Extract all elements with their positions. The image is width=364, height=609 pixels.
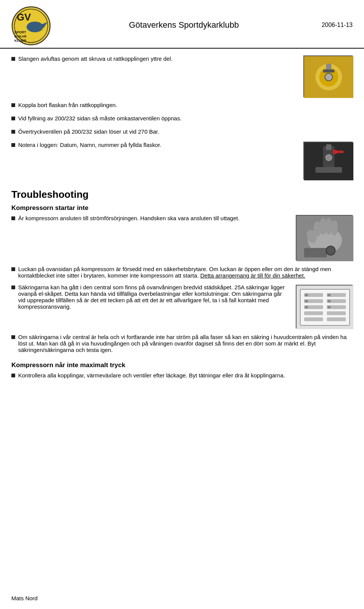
bullet-icon-5	[11, 143, 15, 147]
header-title: Götaverkens Sportdykarklubb	[53, 20, 315, 30]
svg-point-26	[331, 220, 338, 235]
svg-text:KLUBB: KLUBB	[14, 39, 27, 43]
hand-glove-svg	[297, 216, 353, 261]
svg-rect-43	[328, 294, 331, 296]
image-hand-glove	[296, 215, 353, 260]
image-fusebox	[296, 285, 353, 328]
subsection-title-1: Kompressorn startar inte	[11, 204, 353, 212]
section-title: Troubleshooting	[11, 189, 353, 200]
bullet-text-2: Koppla bort flaskan från rattkopplingen.	[18, 102, 353, 108]
dark-valve-svg	[304, 142, 353, 180]
bullet-row-4: Övertryckventilen på 200/232 sidan löser…	[11, 128, 353, 135]
header-date: 2006-11-13	[315, 22, 353, 28]
page: GV SPORT DYKAR KLUBB Götaverkens Sportdy…	[0, 0, 364, 609]
bullet-text-4: Övertryckventilen på 200/232 sidan löser…	[18, 128, 353, 135]
bullet-item-1: Slangen avluftas genom att skruva ut rat…	[11, 55, 303, 62]
svg-rect-41	[327, 317, 346, 321]
svg-rect-42	[305, 294, 308, 296]
ts-bullet-icon-2	[11, 267, 15, 271]
svg-rect-47	[328, 306, 331, 308]
subsection-title-2: Kompressorn når inte maximalt tryck	[11, 361, 353, 369]
svg-rect-39	[327, 311, 346, 315]
valve-image-svg	[304, 56, 353, 98]
bullet-text-col-5: Notera i loggen: Datum, Namn, nummer på …	[11, 142, 297, 151]
ts-bullet-text-3: Säkringarna kan ha gått i den central so…	[18, 284, 289, 310]
subsection-1: Kompressorn startar inte Är kompressorn …	[11, 204, 353, 353]
svg-text:SPORT: SPORT	[14, 30, 27, 34]
svg-rect-38	[304, 311, 323, 315]
subsection-2: Kompressorn når inte maximalt tryck Kont…	[11, 361, 353, 379]
bullet-icon-1	[11, 57, 15, 61]
svg-rect-12	[323, 69, 334, 73]
bullet-icon-4	[11, 130, 15, 134]
bullet-item-5: Notera i loggen: Datum, Namn, nummer på …	[11, 142, 297, 148]
ts-bullet-icon-1	[11, 216, 15, 220]
bullet-text-5: Notera i loggen: Datum, Namn, nummer på …	[18, 142, 297, 148]
bullet-row-2: Koppla bort flaskan från rattkopplingen.	[11, 102, 353, 108]
ts-bullet-icon-4	[11, 335, 15, 339]
logo-svg: GV SPORT DYKAR KLUBB	[11, 6, 51, 46]
ts-bullet-row-2: Luckan på ovansidan på kompressorn är fö…	[11, 266, 353, 279]
footer: Mats Nord	[11, 595, 38, 601]
ts-bullet-row-4: Om säkringarna i vår central är hela och…	[11, 334, 353, 353]
ts2-bullet-icon-1	[11, 374, 15, 377]
ts-bullet-text-2: Luckan på ovansidan på kompressorn är fö…	[18, 266, 353, 279]
svg-rect-44	[305, 300, 308, 302]
svg-rect-16	[326, 144, 331, 150]
bullet-text-3: Vid fyllning av 200/232 sidan så måste o…	[18, 115, 353, 121]
bullet-text-col-1: Slangen avluftas genom att skruva ut rat…	[11, 55, 303, 65]
svg-rect-18	[315, 167, 342, 173]
troubleshooting-section: Troubleshooting Kompressorn startar inte…	[11, 189, 353, 379]
bullet-text-1: Slangen avluftas genom att skruva ut rat…	[18, 55, 303, 62]
ts-bullet-text-col-1: Är kompressorn ansluten till strömförsör…	[11, 215, 289, 224]
svg-point-13	[325, 73, 333, 81]
svg-text:GV: GV	[17, 11, 31, 23]
image-yellow-valve	[303, 55, 353, 97]
bullet-row-1: Slangen avluftas genom att skruva ut rat…	[11, 55, 353, 97]
svg-rect-46	[305, 306, 308, 308]
main-content: Slangen avluftas genom att skruva ut rat…	[0, 55, 364, 379]
svg-rect-28	[304, 248, 327, 257]
svg-point-29	[326, 246, 335, 255]
fusebox-svg	[297, 286, 353, 329]
svg-point-3	[27, 22, 43, 32]
bullet-row-5: Notera i loggen: Datum, Namn, nummer på …	[11, 142, 353, 180]
svg-text:DYKAR: DYKAR	[14, 35, 27, 38]
ts-bullet-text-4: Om säkringarna i vår central är hela och…	[18, 334, 353, 353]
header: GV SPORT DYKAR KLUBB Götaverkens Sportdy…	[0, 0, 364, 49]
ts-bullet-3: Säkringarna kan ha gått i den central so…	[11, 284, 289, 310]
svg-rect-45	[328, 300, 331, 302]
ts-bullet-text-2b: Detta arrangemang är till för din säkerh…	[200, 272, 305, 279]
svg-rect-20	[337, 151, 344, 153]
ts-bullet-1: Är kompressorn ansluten till strömförsör…	[11, 215, 289, 221]
svg-point-17	[326, 155, 332, 161]
ts2-bullet-text-1: Kontrollera alla kopplingar, värmeväxlar…	[18, 372, 353, 379]
bullet-icon-3	[11, 117, 15, 120]
ts-bullet-row-1: Är kompressorn ansluten till strömförsör…	[11, 215, 353, 260]
ts-bullet-row-3: Säkringarna kan ha gått i den central so…	[11, 284, 353, 328]
image-dark-valve	[303, 142, 353, 180]
ts2-bullet-row-1: Kontrollera alla kopplingar, värmeväxlar…	[11, 372, 353, 379]
logo: GV SPORT DYKAR KLUBB	[11, 6, 53, 44]
bullet-row-3: Vid fyllning av 200/232 sidan så måste o…	[11, 115, 353, 121]
ts-bullet-icon-3	[11, 286, 15, 289]
footer-author: Mats Nord	[11, 595, 38, 601]
bullet-icon-2	[11, 103, 15, 107]
ts-bullet-text-col-3: Säkringarna kan ha gått i den central so…	[11, 284, 289, 313]
ts-bullet-text-1: Är kompressorn ansluten till strömförsör…	[18, 215, 289, 221]
svg-rect-40	[304, 317, 323, 321]
